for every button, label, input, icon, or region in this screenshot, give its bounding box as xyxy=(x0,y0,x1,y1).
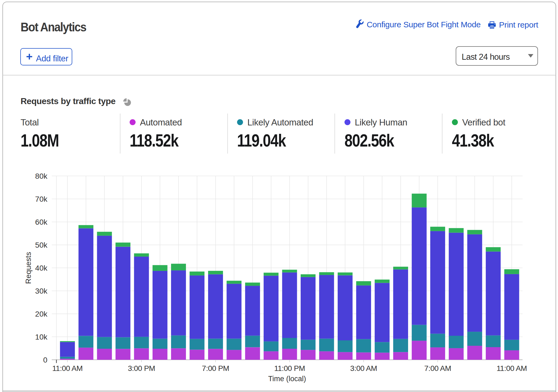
svg-text:30k: 30k xyxy=(35,287,48,295)
svg-text:70k: 70k xyxy=(35,195,48,203)
svg-text:60k: 60k xyxy=(35,218,48,226)
svg-text:20k: 20k xyxy=(35,310,48,318)
svg-text:0: 0 xyxy=(43,356,47,364)
svg-text:11:00 PM: 11:00 PM xyxy=(274,364,305,373)
svg-text:3:00 PM: 3:00 PM xyxy=(128,364,155,373)
svg-text:40k: 40k xyxy=(35,264,48,272)
svg-text:11:00 AM: 11:00 AM xyxy=(52,364,83,373)
svg-text:3:00 AM: 3:00 AM xyxy=(350,364,377,373)
svg-text:10k: 10k xyxy=(35,333,48,341)
svg-text:Time (local): Time (local) xyxy=(268,375,306,383)
svg-text:7:00 AM: 7:00 AM xyxy=(424,364,451,373)
svg-text:80k: 80k xyxy=(35,172,48,180)
svg-text:11:00 AM: 11:00 AM xyxy=(497,364,527,373)
svg-text:Requests: Requests xyxy=(24,252,32,284)
svg-text:50k: 50k xyxy=(35,241,48,249)
svg-text:7:00 PM: 7:00 PM xyxy=(202,364,229,373)
